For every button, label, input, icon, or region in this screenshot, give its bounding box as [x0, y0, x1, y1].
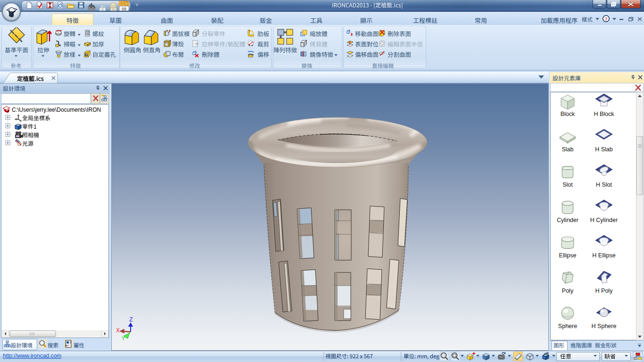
- svg-text:?: ?: [605, 16, 607, 22]
- svg-text:Z: Z: [129, 316, 132, 323]
- svg-text:9: 9: [112, 8, 115, 11]
- svg-text:Y: Y: [122, 336, 125, 341]
- svg-text:8: 8: [101, 8, 104, 11]
- svg-text:09: 09: [122, 7, 126, 11]
- svg-text:X: X: [116, 327, 120, 334]
